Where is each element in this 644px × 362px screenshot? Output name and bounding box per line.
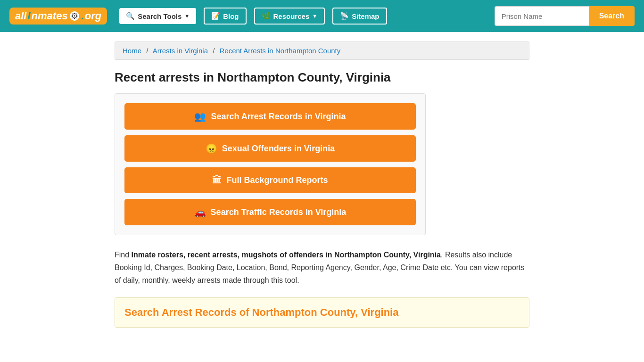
search-tools-arrow-icon: ▼ xyxy=(184,13,190,19)
resources-icon: 🌿 xyxy=(262,12,271,20)
sitemap-icon: 📡 xyxy=(340,12,349,20)
sexual-offenders-label: Sexual Offenders in Virginia xyxy=(222,144,335,154)
resources-button[interactable]: 🌿 Resources ▼ xyxy=(254,8,325,25)
search-section-title: Search Arrest Records of Northampton Cou… xyxy=(124,306,520,319)
logo: all I nmates ⚙ . org xyxy=(9,8,107,25)
logo-i: I xyxy=(27,10,30,22)
description-bold: Inmate rosters, recent arrests, mugshots… xyxy=(132,251,441,259)
background-reports-label: Full Background Reports xyxy=(226,175,328,185)
sexual-offenders-button[interactable]: 😠 Sexual Offenders in Virginia xyxy=(124,135,416,162)
resources-arrow-icon: ▼ xyxy=(312,13,317,19)
prison-search-button[interactable]: Search xyxy=(589,6,635,26)
logo-org: org xyxy=(85,10,101,22)
background-reports-button[interactable]: 🏛 Full Background Reports xyxy=(124,167,416,193)
breadcrumb: Home / Arrests in Virginia / Recent Arre… xyxy=(115,41,529,60)
search-tools-icon: 🔍 xyxy=(126,12,135,20)
building-icon: 🏛 xyxy=(212,175,222,186)
search-arrest-records-label: Search Arrest Records in Virginia xyxy=(211,112,346,122)
button-panel: 👥 Search Arrest Records in Virginia 😠 Se… xyxy=(115,93,426,235)
search-arrest-records-button[interactable]: 👥 Search Arrest Records in Virginia xyxy=(124,103,416,130)
logo-dot: . xyxy=(81,10,84,22)
breadcrumb-sep-1: / xyxy=(146,47,148,55)
breadcrumb-home[interactable]: Home xyxy=(123,47,141,55)
prison-name-input[interactable] xyxy=(495,6,589,26)
breadcrumb-current: Recent Arrests in Northampton County xyxy=(220,47,341,55)
resources-label: Resources xyxy=(273,12,310,20)
search-tools-label: Search Tools xyxy=(138,12,182,20)
blog-icon: 📝 xyxy=(211,12,220,20)
people-icon: 👥 xyxy=(194,111,206,122)
search-tools-button[interactable]: 🔍 Search Tools ▼ xyxy=(119,8,196,24)
logo-gear-icon: ⚙ xyxy=(70,11,79,21)
blog-button[interactable]: 📝 Blog xyxy=(204,8,246,25)
logo-area[interactable]: all I nmates ⚙ . org xyxy=(9,8,107,25)
logo-all: all xyxy=(15,10,26,22)
page-title: Recent arrests in Northampton County, Vi… xyxy=(115,70,529,85)
sitemap-button[interactable]: 📡 Sitemap xyxy=(332,8,387,25)
search-arrest-records-section: Search Arrest Records of Northampton Cou… xyxy=(115,297,529,328)
prison-search-label: Search xyxy=(599,12,624,20)
blog-label: Blog xyxy=(223,12,239,20)
prison-search-area: Search xyxy=(495,6,635,26)
main-content: Home / Arrests in Virginia / Recent Arre… xyxy=(105,32,539,337)
description-paragraph: Find Inmate rosters, recent arrests, mug… xyxy=(115,248,529,287)
breadcrumb-sep-2: / xyxy=(213,47,215,55)
logo-nmates: nmates xyxy=(32,10,68,22)
description-find: Find xyxy=(115,251,132,259)
car-icon: 🚗 xyxy=(194,206,206,218)
traffic-records-label: Search Traffic Records In Virginia xyxy=(211,207,347,217)
breadcrumb-arrests-virginia[interactable]: Arrests in Virginia xyxy=(153,47,208,55)
angry-face-icon: 😠 xyxy=(206,143,217,154)
sitemap-label: Sitemap xyxy=(352,12,379,20)
traffic-records-button[interactable]: 🚗 Search Traffic Records In Virginia xyxy=(124,199,416,225)
main-header: all I nmates ⚙ . org 🔍 Search Tools ▼ 📝 … xyxy=(0,0,644,32)
